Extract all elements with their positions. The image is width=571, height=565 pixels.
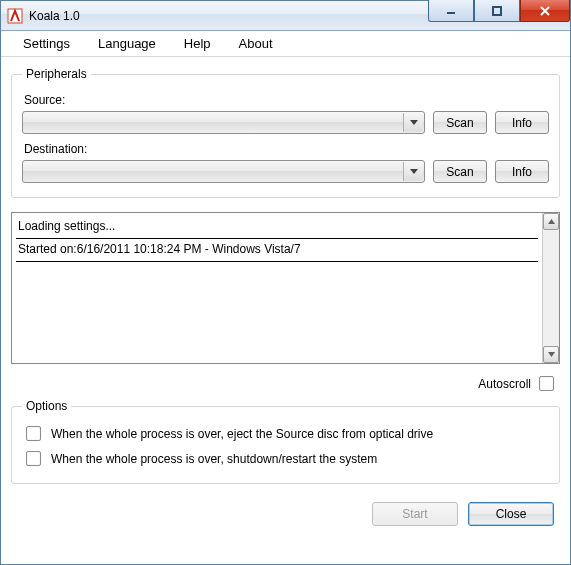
maximize-icon (492, 6, 502, 16)
footer: Start Close (11, 492, 560, 530)
eject-label: When the whole process is over, eject th… (51, 427, 433, 441)
menu-language[interactable]: Language (84, 32, 170, 55)
chevron-down-icon (403, 162, 423, 181)
options-legend: Options (22, 399, 71, 413)
scroll-thumb[interactable] (543, 230, 559, 346)
client-area: Peripherals Source: Scan Info Destinatio… (1, 57, 570, 564)
titlebar[interactable]: Koala 1.0 (1, 1, 570, 31)
log-line: Started on:6/16/2011 10:18:24 PM - Windo… (16, 239, 538, 262)
scroll-down-icon[interactable] (543, 346, 559, 363)
destination-info-button[interactable]: Info (495, 160, 549, 183)
close-button[interactable] (520, 0, 570, 22)
menu-help[interactable]: Help (170, 32, 225, 55)
autoscroll-checkbox[interactable] (539, 376, 554, 391)
svg-rect-1 (447, 12, 455, 14)
log-line: Loading settings... (16, 216, 538, 239)
autoscroll-label: Autoscroll (478, 377, 531, 391)
peripherals-legend: Peripherals (22, 67, 91, 81)
chevron-down-icon (403, 113, 423, 132)
window-buttons (428, 0, 570, 22)
log-scrollbar[interactable] (542, 213, 559, 363)
menu-about[interactable]: About (225, 32, 287, 55)
maximize-button[interactable] (474, 0, 520, 22)
autoscroll-row: Autoscroll (11, 368, 560, 393)
minimize-button[interactable] (428, 0, 474, 22)
source-scan-button[interactable]: Scan (433, 111, 487, 134)
destination-label: Destination: (24, 142, 549, 156)
scroll-up-icon[interactable] (543, 213, 559, 230)
shutdown-checkbox[interactable] (26, 451, 41, 466)
log-panel: Loading settings... Started on:6/16/2011… (11, 212, 560, 364)
start-button[interactable]: Start (372, 502, 458, 526)
close-icon (539, 6, 551, 16)
menu-settings[interactable]: Settings (9, 32, 84, 55)
app-icon (7, 8, 23, 24)
window-title: Koala 1.0 (29, 9, 80, 23)
source-combobox[interactable] (22, 111, 425, 134)
source-info-button[interactable]: Info (495, 111, 549, 134)
destination-combobox[interactable] (22, 160, 425, 183)
destination-scan-button[interactable]: Scan (433, 160, 487, 183)
close-window-button[interactable]: Close (468, 502, 554, 526)
minimize-icon (446, 6, 456, 16)
peripherals-group: Peripherals Source: Scan Info Destinatio… (11, 67, 560, 198)
app-window: Koala 1.0 Settings Language Help About P… (0, 0, 571, 565)
menubar: Settings Language Help About (1, 31, 570, 57)
source-label: Source: (24, 93, 549, 107)
eject-checkbox[interactable] (26, 426, 41, 441)
svg-rect-2 (493, 7, 501, 15)
options-group: Options When the whole process is over, … (11, 399, 560, 484)
log-content: Loading settings... Started on:6/16/2011… (12, 213, 542, 363)
shutdown-label: When the whole process is over, shutdown… (51, 452, 377, 466)
